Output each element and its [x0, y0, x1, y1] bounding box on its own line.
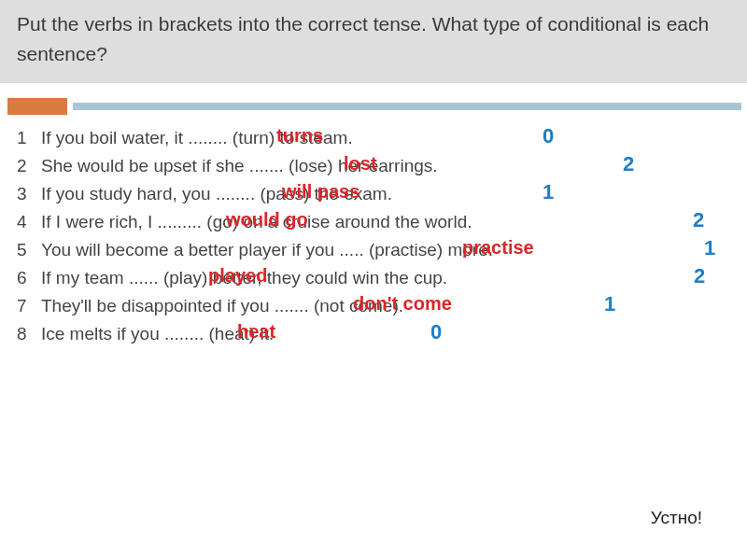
divider-row [0, 98, 747, 115]
answer-overlay: will pass [282, 181, 359, 203]
sentence-text: You will become a better player if you .… [41, 240, 493, 260]
item-number: 3 [17, 184, 41, 204]
answer-overlay: would go [226, 209, 308, 231]
item-number: 7 [17, 296, 41, 316]
orange-accent-block [7, 98, 67, 115]
conditional-type: 0 [543, 124, 554, 148]
conditional-type: 2 [693, 208, 704, 232]
item-number: 4 [17, 212, 41, 232]
conditional-type: 2 [694, 264, 705, 288]
answer-overlay: don't come [353, 293, 452, 315]
instruction-text: Put the verbs in brackets into the corre… [17, 13, 709, 64]
instruction-box: Put the verbs in brackets into the corre… [0, 0, 747, 83]
answer-overlay: heat [237, 321, 275, 343]
list-item: 2 She would be upset if she ....... (los… [17, 152, 747, 180]
answer-overlay: played [208, 265, 267, 287]
item-number: 8 [17, 324, 41, 344]
list-item: 8 Ice melts if you ........ (heat) it. h… [17, 320, 747, 348]
item-number: 2 [17, 156, 41, 176]
answer-overlay: turns [276, 125, 323, 147]
item-number: 6 [17, 268, 41, 288]
list-item: 6 If my team ...... (play) better, they … [17, 264, 747, 292]
list-item: 1 If you boil water, it ........ (turn) … [17, 124, 747, 152]
list-item: 7 They'll be disappointed if you .......… [17, 292, 747, 320]
item-number: 5 [17, 240, 41, 260]
list-item: 3 If you study hard, you ........ (pass)… [17, 180, 747, 208]
conditional-type: 1 [704, 236, 715, 260]
conditional-type: 2 [623, 152, 634, 176]
exercise-list: 1 If you boil water, it ........ (turn) … [0, 124, 747, 348]
footer-note: Устно! [651, 508, 702, 528]
sentence-text: They'll be disappointed if you ....... (… [41, 296, 403, 316]
conditional-type: 1 [543, 180, 554, 204]
item-number: 1 [17, 128, 41, 148]
conditional-type: 0 [430, 320, 442, 344]
list-item: 4 If I were rich, I ......... (go) on a … [17, 208, 747, 236]
sentence-text: She would be upset if she ....... (lose)… [41, 156, 438, 176]
conditional-type: 1 [604, 292, 615, 316]
answer-overlay: practise [462, 237, 534, 259]
answer-overlay: lost [344, 153, 377, 175]
list-item: 5 You will become a better player if you… [17, 236, 747, 264]
blue-divider-bar [73, 103, 741, 110]
